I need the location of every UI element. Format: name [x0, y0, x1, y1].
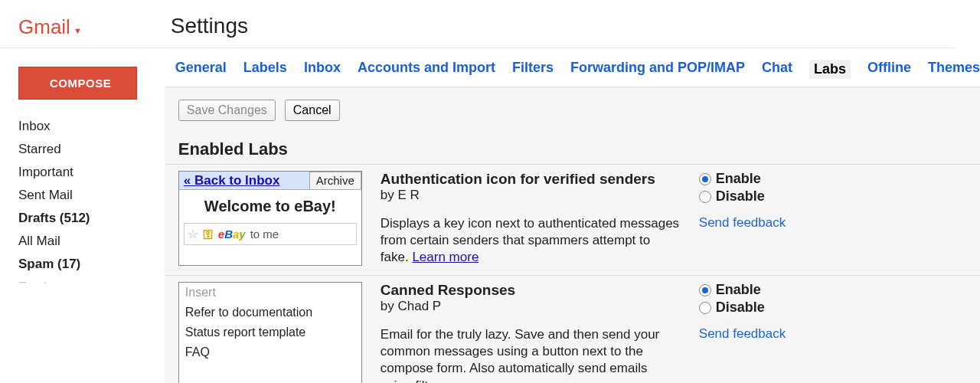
to-me-text: to me [250, 228, 279, 241]
sidebar-item-drafts-[interactable]: Drafts (512) [18, 207, 146, 230]
brand-label: Gmail [18, 15, 70, 39]
tab-general[interactable]: General [175, 60, 227, 79]
section-header: Enabled Labs [165, 139, 980, 159]
canned-item: FAQ [179, 342, 361, 362]
sidebar-item-inbox[interactable]: Inbox [18, 115, 146, 138]
radio-icon [699, 284, 711, 296]
lab-author: by Chad P [381, 299, 681, 314]
disable-radio-row[interactable]: Disable [699, 188, 883, 205]
lab-controls: Enable Disable Send feedback [699, 282, 883, 383]
radio-icon [699, 173, 711, 185]
disable-label: Disable [716, 300, 765, 316]
sidebar-item-trash[interactable]: Trash [18, 276, 146, 283]
send-feedback-link[interactable]: Send feedback [699, 215, 883, 231]
tab-accounts-and-import[interactable]: Accounts and Import [358, 60, 495, 79]
divider [0, 47, 954, 48]
labs-content: Save Changes Cancel Enabled Labs « Back … [165, 87, 980, 383]
lab-title: Canned Responses [381, 282, 681, 299]
save-changes-button[interactable]: Save Changes [178, 100, 276, 121]
lab-thumbnail: InsertRefer to documentationStatus repor… [178, 282, 362, 383]
tab-themes[interactable]: Themes [928, 60, 980, 79]
tab-forwarding-and-pop-imap[interactable]: Forwarding and POP/IMAP [570, 60, 745, 79]
sidebar-item-starred[interactable]: Starred [18, 138, 146, 161]
preview-subject: Welcome to eBay! [179, 190, 361, 220]
settings-tabs: GeneralLabelsInboxAccounts and ImportFil… [162, 52, 980, 87]
tab-filters[interactable]: Filters [512, 60, 554, 79]
canned-item: Status report template [179, 322, 361, 342]
tab-chat[interactable]: Chat [762, 60, 792, 79]
sidebar-item-all-mail[interactable]: All Mail [18, 230, 146, 253]
lab-controls: Enable Disable Send feedback [699, 171, 883, 266]
ebay-logo: eBay [218, 228, 246, 241]
tab-labs[interactable]: Labs [809, 60, 851, 79]
radio-icon [699, 302, 711, 314]
lab-description: Canned Responses by Chad P Email for the… [362, 282, 699, 383]
canned-item: Refer to documentation [179, 303, 361, 322]
lab-description: Authentication icon for verified senders… [362, 171, 699, 266]
tab-offline[interactable]: Offline [867, 60, 911, 79]
lab-body: Email for the truly lazy. Save and then … [381, 326, 681, 383]
canned-item: Insert [179, 283, 361, 303]
back-to-inbox-link: « Back to Inbox [179, 172, 309, 190]
action-buttons: Save Changes Cancel [165, 100, 980, 121]
compose-button[interactable]: COMPOSE [18, 67, 137, 100]
enable-radio-row[interactable]: Enable [699, 282, 883, 298]
sidebar-item-spam-[interactable]: Spam (17) [18, 253, 146, 276]
disable-radio-row[interactable]: Disable [699, 300, 883, 316]
main: Settings GeneralLabelsInboxAccounts and … [162, 0, 980, 383]
lab-title: Authentication icon for verified senders [381, 171, 681, 188]
lab-row: « Back to Inbox Archive Welcome to eBay!… [165, 164, 980, 275]
tab-labels[interactable]: Labels [243, 60, 287, 79]
sidebar: Gmail ▼ COMPOSE InboxStarredImportantSen… [0, 0, 162, 383]
preview-sender-row: ☆ ⚿ eBay to me [184, 223, 357, 245]
enable-label: Enable [716, 282, 761, 298]
disable-label: Disable [716, 188, 765, 205]
enable-radio-row[interactable]: Enable [699, 171, 883, 187]
lab-row: InsertRefer to documentationStatus repor… [165, 275, 980, 383]
tab-inbox[interactable]: Inbox [304, 60, 341, 79]
page-title: Settings [171, 14, 980, 38]
star-icon: ☆ [188, 227, 198, 241]
sidebar-item-sent-mail[interactable]: Sent Mail [18, 184, 146, 207]
caret-down-icon: ▼ [74, 26, 82, 35]
lab-author: by E R [381, 188, 681, 203]
radio-icon [699, 191, 711, 203]
archive-button-preview: Archive [309, 172, 361, 190]
key-icon: ⚿ [203, 228, 214, 241]
send-feedback-link[interactable]: Send feedback [699, 326, 883, 342]
cancel-button[interactable]: Cancel [285, 100, 340, 121]
enable-label: Enable [716, 171, 761, 187]
nav-list: InboxStarredImportantSent MailDrafts (51… [18, 115, 146, 283]
learn-more-link[interactable]: Learn more [412, 250, 479, 264]
lab-thumbnail: « Back to Inbox Archive Welcome to eBay!… [178, 171, 362, 266]
sidebar-item-important[interactable]: Important [18, 161, 146, 184]
lab-body: Displays a key icon next to authenticate… [381, 215, 681, 266]
brand-menu[interactable]: Gmail ▼ [18, 15, 146, 39]
